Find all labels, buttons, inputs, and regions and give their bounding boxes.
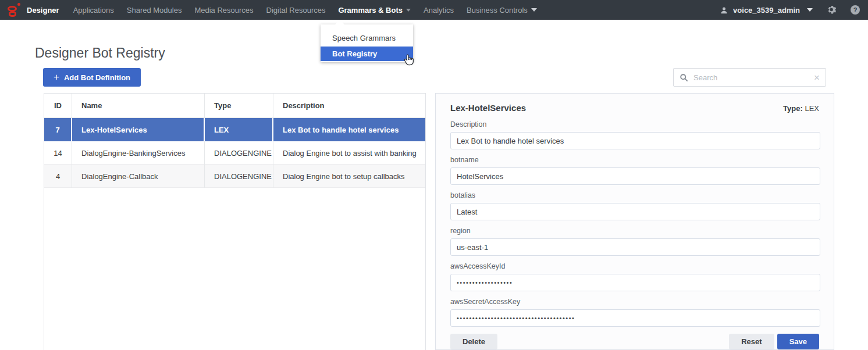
botname-field[interactable] [450, 167, 820, 185]
nav-item-digital-resources[interactable]: Digital Resources [266, 6, 326, 15]
detail-type: Type: LEX [783, 104, 819, 113]
field-label-botname: botname [450, 156, 819, 164]
bot-registry-table: ID Name Type Description 7 Lex-HotelServ… [44, 93, 426, 350]
brand-designer: Designer [27, 6, 59, 15]
search-icon [680, 73, 688, 82]
cell-description: Lex Bot to handle hotel services [273, 118, 425, 141]
nav-item-business-controls[interactable]: Business Controls [467, 6, 537, 15]
column-header-name: Name [72, 94, 205, 117]
column-header-type: Type [205, 94, 273, 117]
grammars-bots-dropdown-menu: Speech Grammars Bot Registry [321, 24, 413, 62]
table-row-dialogengine-callback[interactable]: 4 DialogEngine-Callback DIALOGENGINE Dia… [44, 165, 425, 188]
nav-item-analytics[interactable]: Analytics [424, 6, 454, 15]
cell-name: Lex-HotelServices [72, 118, 205, 141]
top-navigation-bar: Designer Applications Shared Modules Med… [0, 0, 868, 20]
cell-id: 4 [44, 165, 72, 188]
search-box: × [673, 68, 826, 87]
delete-button[interactable]: Delete [450, 334, 497, 349]
mouse-hand-cursor-icon [403, 53, 415, 69]
genesys-logo-icon [7, 2, 21, 17]
field-label-awsaccesskeyid: awsAccessKeyId [450, 262, 819, 270]
search-input[interactable] [693, 73, 814, 82]
chevron-down-icon [807, 8, 813, 12]
search-clear-icon[interactable]: × [814, 73, 820, 83]
cell-name: DialogEngine-BankingServices [72, 141, 205, 165]
save-button[interactable]: Save [777, 334, 819, 349]
nav-item-applications[interactable]: Applications [73, 6, 114, 15]
cell-description: Dialog Engine bot to assist with banking [273, 141, 425, 165]
table-header-row: ID Name Type Description [44, 94, 425, 118]
cell-type: LEX [205, 118, 273, 141]
nav-item-grammars-bots[interactable]: Grammars & Bots [338, 6, 411, 15]
page-title: Designer Bot Registry [35, 45, 165, 61]
table-row-lex-hotelservices[interactable]: 7 Lex-HotelServices LEX Lex Bot to handl… [44, 118, 425, 141]
cell-type: DIALOGENGINE [205, 165, 273, 188]
chevron-down-icon [531, 8, 537, 12]
reset-button[interactable]: Reset [729, 334, 774, 349]
nav-item-shared-modules[interactable]: Shared Modules [127, 6, 182, 15]
cell-type: DIALOGENGINE [205, 141, 273, 165]
bot-detail-panel: Lex-HotelServices Type: LEX Description … [435, 93, 834, 350]
cell-description: Dialog Engine bot to setup callbacks [273, 165, 425, 188]
detail-title: Lex-HotelServices [450, 103, 526, 113]
chevron-down-icon [406, 9, 411, 12]
gear-icon[interactable] [827, 5, 837, 15]
field-label-botalias: botalias [450, 191, 819, 199]
field-label-region: region [450, 227, 819, 235]
user-icon [720, 6, 728, 15]
botalias-field[interactable] [450, 203, 820, 220]
cell-id: 7 [44, 118, 72, 141]
field-label-description: Description [450, 120, 819, 128]
column-header-description: Description [273, 94, 425, 117]
cell-name: DialogEngine-Callback [72, 165, 205, 188]
field-label-awssecretaccesskey: awsSecretAccessKey [450, 298, 819, 306]
username-menu[interactable]: voice_3539_admin [733, 6, 800, 15]
table-row-dialogengine-bankingservices[interactable]: 14 DialogEngine-BankingServices DIALOGEN… [44, 141, 425, 165]
cell-id: 14 [44, 141, 72, 165]
plus-icon: + [54, 72, 59, 83]
help-icon[interactable]: ? [851, 5, 860, 15]
awssecretaccesskey-field[interactable] [450, 309, 820, 327]
menu-item-speech-grammars[interactable]: Speech Grammars [321, 30, 413, 47]
menu-item-bot-registry[interactable]: Bot Registry [321, 47, 413, 61]
awsaccesskeyid-field[interactable] [450, 274, 820, 291]
nav-item-media-resources[interactable]: Media Resources [194, 6, 253, 15]
add-bot-definition-button[interactable]: + Add Bot Definition [43, 68, 141, 87]
column-header-id: ID [44, 94, 72, 117]
description-field[interactable] [450, 132, 820, 149]
region-field[interactable] [450, 238, 820, 256]
